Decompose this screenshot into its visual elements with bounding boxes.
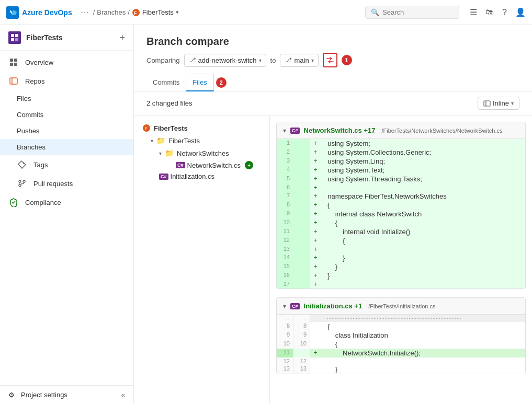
svg-rect-3 xyxy=(9,32,20,43)
diff-line: 8+ { xyxy=(277,201,525,210)
sidebar-item-tags[interactable]: Tags xyxy=(0,155,133,174)
sidebar-nav: Overview Repos Files Commits Pushes xyxy=(0,51,133,214)
tree-file-initialization[interactable]: C# Initialization.cs xyxy=(134,171,269,182)
sidebar-item-commits[interactable]: Commits xyxy=(0,107,133,123)
sidebar-item-compliance[interactable]: Compliance xyxy=(0,193,133,212)
breadcrumb-current: F FiberTests ▾ xyxy=(132,8,179,17)
project-settings-item[interactable]: ⚙ Project settings « xyxy=(0,386,133,404)
inline-chevron: ▾ xyxy=(511,100,514,106)
diff-line: 6+ xyxy=(277,183,525,192)
tab-files[interactable]: Files xyxy=(186,74,213,91)
annotation-badge-1: 1 xyxy=(342,55,352,65)
diff-filename-initialization: Initialization.cs +1 xyxy=(304,302,363,310)
diff-line: 4+ using System.Text; xyxy=(277,166,525,175)
tab-commits[interactable]: Commits xyxy=(146,74,186,91)
cs-badge-networkswitch: C# xyxy=(176,162,185,168)
tree-folder-networkswitches[interactable]: ▾ 📁 NetworkSwitches xyxy=(134,147,269,159)
sidebar-item-files-label: Files xyxy=(17,95,31,102)
content-header: Branch compare Comparing ⎇ add-network-s… xyxy=(134,25,532,74)
sidebar-item-overview[interactable]: Overview xyxy=(0,53,133,72)
branch-to-icon: ⎇ xyxy=(285,56,292,64)
sidebar-item-branches[interactable]: Branches xyxy=(0,139,133,155)
svg-rect-12 xyxy=(10,78,17,84)
user-icon[interactable]: 👤 xyxy=(515,7,526,17)
breadcrumb-sep1: / xyxy=(93,8,95,16)
diff-line: 1010 { xyxy=(277,340,525,349)
diff-line: 1212 xyxy=(277,357,525,365)
root-project-icon: F xyxy=(142,124,151,132)
sidebar-item-pushes[interactable]: Pushes xyxy=(0,123,133,139)
svg-rect-5 xyxy=(15,34,18,37)
diff-networkswitch: ▾ C# NetworkSwitch.cs +17 /FiberTests/Ne… xyxy=(276,122,526,289)
cs-icon-initialization: C# xyxy=(290,303,300,309)
svg-rect-9 xyxy=(14,59,17,62)
tree-folder-fibertests[interactable]: ▾ 📁 FiberTests xyxy=(134,134,269,147)
to-label: to xyxy=(270,56,276,64)
collapse-networkswitch-button[interactable]: ▾ xyxy=(283,127,286,134)
tree-root[interactable]: F FiberTests xyxy=(134,122,269,134)
chevron-fibertests: ▾ xyxy=(151,138,153,144)
svg-point-17 xyxy=(19,184,21,187)
inline-view-icon xyxy=(483,100,491,107)
topbar-more[interactable]: ⋯ xyxy=(81,7,89,17)
branch-from-icon: ⎇ xyxy=(189,56,196,64)
sidebar-item-commits-label: Commits xyxy=(17,111,43,119)
notifications-icon[interactable]: ☰ xyxy=(470,7,477,17)
svg-rect-10 xyxy=(10,63,13,66)
to-branch-chevron: ▾ xyxy=(311,57,314,63)
search-icon: 🔍 xyxy=(371,8,379,16)
svg-point-16 xyxy=(19,180,21,182)
inline-view-button[interactable]: Inline ▾ xyxy=(478,97,519,110)
diff-line: ---- ···································… xyxy=(277,315,525,322)
diff-filename-networkswitch: NetworkSwitch.cs +17 xyxy=(304,126,376,134)
from-branch-selector[interactable]: ⎇ add-network-switch ▾ xyxy=(184,54,266,67)
sidebar-item-pull-requests[interactable]: Pull requests xyxy=(0,174,133,193)
help-icon[interactable]: ? xyxy=(502,8,507,17)
logo[interactable]: Azure DevOps xyxy=(6,6,72,19)
swap-button[interactable] xyxy=(323,53,337,67)
svg-text:F: F xyxy=(134,10,137,16)
from-branch-name: add-network-switch xyxy=(198,56,257,64)
svg-rect-20 xyxy=(484,101,490,106)
diff-initialization: ▾ C# Initialization.cs +1 /FiberTests/In… xyxy=(276,297,526,374)
svg-rect-8 xyxy=(10,59,13,62)
collapse-icon[interactable]: « xyxy=(121,391,125,399)
diff-line: 14+ } xyxy=(277,253,525,262)
diff-line: 88 { xyxy=(277,322,525,331)
changed-files-count: 2 changed files xyxy=(146,99,192,107)
tree-file-networkswitch[interactable]: C# NetworkSwitch.cs + xyxy=(134,159,269,171)
breadcrumb-sep2: / xyxy=(128,8,130,16)
diff-lines-networkswitch: 1+ using System; 2+ using System.Collect… xyxy=(277,139,525,288)
files-bar: 2 changed files Inline ▾ xyxy=(134,91,532,116)
breadcrumb-chevron[interactable]: ▾ xyxy=(176,9,179,16)
search-input[interactable] xyxy=(382,8,454,16)
add-icon[interactable]: + xyxy=(119,32,125,43)
tree-folder-networkswitches-label: NetworkSwitches xyxy=(177,149,229,157)
sidebar-item-pull-requests-label: Pull requests xyxy=(33,180,73,188)
from-branch-chevron: ▾ xyxy=(259,57,262,63)
bag-icon[interactable]: 🛍 xyxy=(485,8,494,17)
more-dots-icon: ⋯ xyxy=(81,7,89,17)
diff-line: 16+ } xyxy=(277,271,525,280)
tree-root-label: FiberTests xyxy=(154,124,188,132)
tab-files-label: Files xyxy=(193,78,207,86)
breadcrumb-branches[interactable]: Branches xyxy=(97,8,126,16)
sidebar-header: FiberTests + xyxy=(0,25,133,51)
sidebar-project: FiberTests xyxy=(8,31,63,44)
plus-badge-networkswitch[interactable]: + xyxy=(245,161,253,169)
sidebar-item-tags-label: Tags xyxy=(33,161,48,169)
sidebar-item-repos[interactable]: Repos xyxy=(0,72,133,90)
sidebar-item-files[interactable]: Files xyxy=(0,90,133,107)
project-settings-label: Project settings xyxy=(21,391,67,399)
swap-arrows-icon xyxy=(326,56,334,64)
to-branch-selector[interactable]: ⎇ main ▾ xyxy=(280,54,318,67)
sidebar-item-overview-label: Overview xyxy=(25,59,53,66)
diff-line: 1313 } xyxy=(277,365,525,374)
pull-request-icon xyxy=(17,178,27,189)
svg-rect-7 xyxy=(15,38,18,41)
search-box[interactable]: 🔍 xyxy=(365,6,459,19)
collapse-initialization-button[interactable]: ▾ xyxy=(283,303,286,310)
diff-line: 5+ using System.Threading.Tasks; xyxy=(277,175,525,183)
topbar-actions: ☰ 🛍 ? 👤 xyxy=(470,7,526,17)
diff-path-networkswitch: /FiberTests/NetworkSwitches/NetworkSwitc… xyxy=(381,128,502,134)
